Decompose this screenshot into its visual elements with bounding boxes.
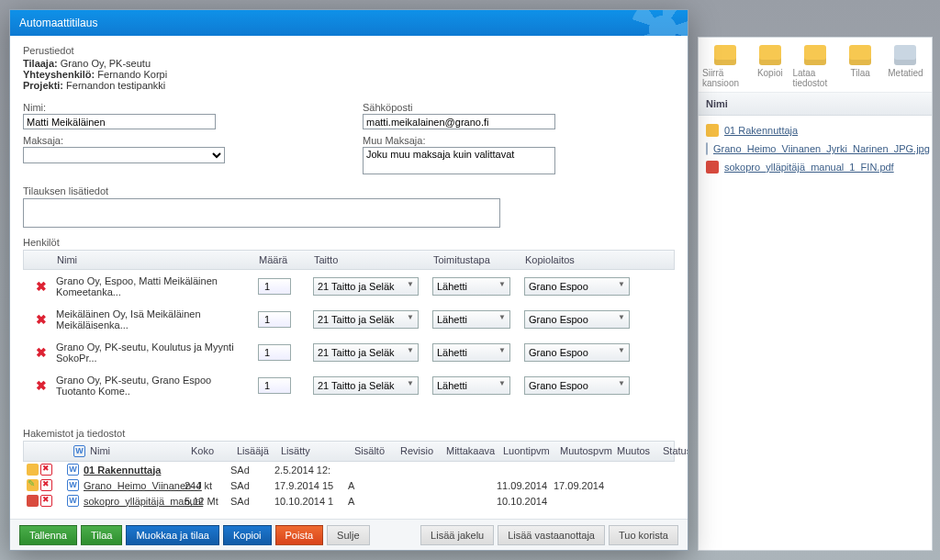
bg-list-item[interactable]: sokopro_ylläpitäjä_manual_1_FIN.pdf [704,158,926,176]
name-input[interactable] [23,114,216,129]
folder-icon [27,464,39,476]
file-modpvm: 17.09.2014 [554,480,610,491]
payer-label: Maksaja: [23,135,335,146]
name-label: Nimi: [23,102,335,113]
file-size: 5,12 Mt [185,496,230,507]
qty-input[interactable] [258,278,291,295]
printshop-select[interactable]: Grano Espoo [524,376,630,395]
qty-input[interactable] [258,344,291,361]
fold-select[interactable]: 21 Taitto ja Seläk [313,310,419,329]
person-name: Meikäläinen Oy, Isä Meikäläinen Meikäläi… [50,305,252,334]
qty-input[interactable] [258,311,291,328]
file-row: W Grano_Heimo_Viinanen_J 244 kt SAd 17.9… [23,477,675,493]
fold-select[interactable]: 21 Taitto ja Seläk [313,376,419,395]
gear-icon [631,10,688,36]
edit-order-button[interactable]: Muokkaa ja tilaa [126,525,219,545]
email-label: Sähköposti [363,102,675,113]
info-orderer: Tilaaja: Grano Oy, PK-seutu [23,58,675,69]
bg-toolbar: Siirrä kansioon Kopioi Lataa tiedostot T… [699,38,932,93]
section-people: Henkilöt [23,237,675,248]
edit-icon[interactable] [27,479,39,491]
doc-icon: W [67,495,79,507]
modal-header: Automaattitilaus [10,10,688,36]
bg-list-header: Nimi [699,93,932,116]
section-basic: Perustiedot [23,45,675,56]
folder-icon [759,45,781,65]
gear-icon [894,45,916,65]
person-name: Grano Oy, PK-seutu, Grano Espoo Tuotanto… [50,371,252,400]
file-adder: SAd [230,496,274,507]
file-content: A [348,480,394,491]
close-button[interactable]: Sulje [327,525,369,545]
bg-tb-download[interactable]: Lataa tiedostot [792,45,837,88]
bg-list-item[interactable]: 01 Rakennuttaja [704,121,926,140]
delivery-select[interactable]: Lähetti [432,277,510,296]
people-header: Nimi Määrä Taitto Toimitustapa Kopiolait… [23,250,675,270]
bg-list-item[interactable]: Grano_Heimo_Viinanen_Jyrki_Narinen_JPG.j… [704,140,926,158]
other-payer-input[interactable]: Joku muu maksaja kuin valittavat [363,147,555,174]
copy-button[interactable]: Kopioi [223,525,272,545]
person-row: ✖ Grano Oy, PK-seutu, Koulutus ja Myynti… [23,336,675,369]
delete-icon[interactable] [40,495,52,507]
delete-icon[interactable]: ✖ [28,312,47,327]
folder-icon [714,45,736,65]
section-files: Hakemistot ja tiedostot [23,428,675,439]
pdf-icon [706,161,719,174]
info-contact: Yhteyshenkilö: Fernando Korpi [23,69,675,80]
save-button[interactable]: Tallenna [19,525,77,545]
person-row: ✖ Grano Oy, Espoo, Matti Meikäläinen Kom… [23,270,675,303]
file-created: 11.09.2014 [497,480,554,491]
file-created: 10.10.2014 [497,496,554,507]
background-panel: Siirrä kansioon Kopioi Lataa tiedostot T… [698,37,933,551]
file-adder: SAd [230,465,274,476]
qty-input[interactable] [258,377,291,394]
files-header: W Nimi Koko Lisääjä Lisätty Sisältö Revi… [23,441,675,462]
add-recipient-button[interactable]: Lisää vastaanottaja [498,525,605,545]
file-link[interactable]: 01 Rakennuttaja [84,465,161,476]
file-added: 2.5.2014 12: [274,465,348,476]
pdf-icon [27,495,39,507]
fold-select[interactable]: 21 Taitto ja Seläk [313,277,419,296]
delivery-select[interactable]: Lähetti [432,376,510,395]
file-content: A [348,496,394,507]
add-distribution-button[interactable]: Lisää jakelu [420,525,494,545]
folder-icon [804,45,826,65]
image-icon [706,142,708,155]
delivery-select[interactable]: Lähetti [432,310,510,329]
modal-title: Automaattitilaus [19,17,97,29]
doc-icon: W [67,464,79,476]
box-icon [849,45,871,65]
order-modal: Automaattitilaus Perustiedot Tilaaja: Gr… [9,9,688,551]
printshop-select[interactable]: Grano Espoo [524,277,630,296]
person-row: ✖ Meikäläinen Oy, Isä Meikäläinen Meikäl… [23,303,675,336]
delete-icon[interactable]: ✖ [28,345,47,360]
fold-select[interactable]: 21 Taitto ja Seläk [313,343,419,362]
extra-info-input[interactable] [23,198,500,228]
delete-icon[interactable] [40,464,52,476]
file-size: 244 kt [185,480,230,491]
bg-tb-copy[interactable]: Kopioi [747,45,792,88]
person-name: Grano Oy, PK-seutu, Koulutus ja Myynti S… [50,338,252,367]
printshop-select[interactable]: Grano Espoo [524,343,630,362]
person-name: Grano Oy, Espoo, Matti Meikäläinen Komee… [50,272,252,301]
file-added: 17.9.2014 15 [274,480,348,491]
delete-icon[interactable]: ✖ [28,279,47,294]
delete-icon[interactable]: ✖ [28,378,47,393]
bg-tb-meta[interactable]: Metatied [883,45,928,88]
from-basket-button[interactable]: Tuo korista [609,525,678,545]
delete-icon[interactable] [40,479,52,491]
bg-tb-order[interactable]: Tilaa [838,45,883,88]
info-project: Projekti: Fernandon testipankki [23,80,675,91]
delivery-select[interactable]: Lähetti [432,343,510,362]
file-row: W 01 Rakennuttaja SAd 2.5.2014 12: [23,462,675,477]
folder-icon [706,124,719,137]
order-button[interactable]: Tilaa [81,525,122,545]
delete-button[interactable]: Poista [275,525,324,545]
doc-icon: W [67,479,79,491]
other-payer-label: Muu Maksaja: [363,135,675,146]
payer-select[interactable] [23,147,225,163]
email-input[interactable] [363,114,555,129]
printshop-select[interactable]: Grano Espoo [524,310,630,329]
bg-tb-move[interactable]: Siirrä kansioon [702,45,747,88]
file-row: W sokopro_ylläpitäjä_manual 5,12 Mt SAd … [23,493,675,509]
